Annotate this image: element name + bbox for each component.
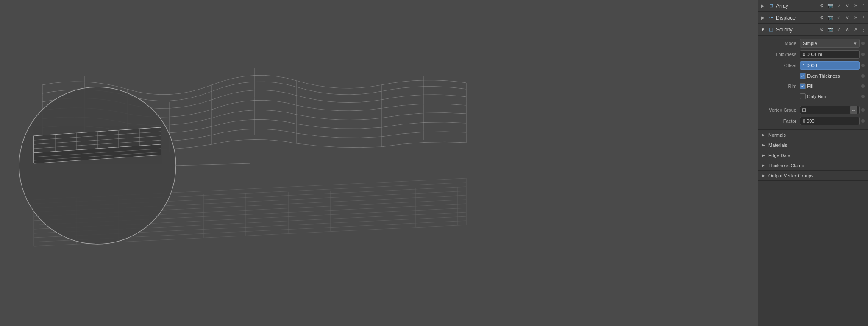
mode-row: Mode Simple ▾	[762, 38, 865, 48]
normals-arrow-icon: ▶	[762, 132, 767, 137]
solidify-expand-btn[interactable]: ∧	[843, 26, 851, 34]
only-rim-checkbox[interactable]	[800, 93, 806, 99]
rim-label: Rim	[762, 84, 800, 89]
output-vg-title: Output Vertex Groups	[768, 173, 813, 178]
fill-label: Fill	[807, 84, 813, 89]
thickness-clamp-title: Thickness Clamp	[768, 163, 804, 168]
displace-icon: 〜	[768, 14, 774, 21]
offset-label: Offset	[762, 63, 800, 68]
solidify-render-btn[interactable]: 📷	[826, 26, 834, 34]
edge-data-title: Edge Data	[768, 153, 790, 158]
array-modifier-actions: ⚙ 📷 ✓ ∨ ✕ ⋮	[818, 2, 866, 10]
displace-dots-icon: ⋮	[860, 14, 866, 21]
array-render-btn[interactable]: 📷	[826, 2, 834, 10]
thickness-label: Thickness	[762, 52, 800, 57]
factor-row: Factor 0.000	[762, 116, 865, 126]
array-close-btn[interactable]: ✕	[852, 2, 860, 10]
solidify-modifier-actions: ⚙ 📷 ✓ ∧ ✕ ⋮	[818, 26, 866, 34]
even-thickness-group: ✓ Even Thickness	[800, 73, 860, 79]
rim-fill-dot	[861, 84, 865, 88]
rim-row: Rim ✓ Fill	[762, 82, 865, 91]
mode-dropdown[interactable]: Simple ▾	[800, 39, 860, 48]
thickness-value: 0.0001 m	[803, 52, 822, 57]
displace-expand-icon[interactable]: ▶	[760, 15, 766, 21]
even-thickness-checkbox[interactable]: ✓	[800, 73, 806, 79]
divider-1	[762, 103, 865, 103]
mode-label: Mode	[762, 41, 800, 46]
properties-panel: ▶ ⊞ Array ⚙ 📷 ✓ ∨ ✕ ⋮ ▶ 〜 Displace ⚙ 📷 ✓…	[758, 0, 868, 326]
normals-title: Normals	[768, 132, 786, 138]
vertex-group-swap-btn[interactable]: ⇔	[850, 106, 857, 114]
offset-dot	[861, 64, 865, 67]
only-rim-checks: Only Rim	[800, 93, 860, 99]
displace-settings-btn[interactable]: ⚙	[818, 14, 826, 22]
mode-chevron-icon: ▾	[854, 41, 857, 46]
displace-modifier-header[interactable]: ▶ 〜 Displace ⚙ 📷 ✓ ∨ ✕ ⋮	[758, 12, 868, 24]
factor-label: Factor	[762, 118, 800, 124]
array-dots-icon: ⋮	[860, 3, 866, 9]
solidify-settings-btn[interactable]: ⚙	[818, 26, 826, 34]
array-modifier-name: Array	[776, 3, 816, 9]
even-thickness-label: Even Thickness	[807, 73, 840, 79]
displace-close-btn[interactable]: ✕	[852, 14, 860, 22]
displace-modifier-name: Displace	[776, 15, 816, 21]
offset-field[interactable]: 1.0000	[800, 61, 860, 70]
only-rim-dot	[861, 95, 865, 98]
output-vertex-groups-section[interactable]: ▶ Output Vertex Groups	[758, 171, 868, 181]
vertex-group-label: Vertex Group	[762, 107, 800, 112]
array-expand-btn[interactable]: ∨	[843, 2, 851, 10]
vertex-group-dot	[861, 108, 865, 112]
only-rim-item[interactable]: Only Rim	[800, 93, 826, 99]
fill-checkbox[interactable]: ✓	[800, 83, 806, 89]
only-rim-row: Only Rim	[762, 92, 865, 101]
vertex-group-input[interactable]: ⊞ ⇔	[800, 106, 860, 114]
mode-value: Simple	[803, 41, 817, 46]
solidify-modifier-header[interactable]: ▼ ◫ Solidify ⚙ 📷 ✓ ∧ ✕ ⋮	[758, 24, 868, 36]
rim-checks: ✓ Fill	[800, 83, 860, 89]
factor-field[interactable]: 0.000	[800, 117, 860, 125]
thickness-field[interactable]: 0.0001 m	[800, 50, 860, 59]
array-icon: ⊞	[768, 3, 774, 9]
displace-modifier-actions: ⚙ 📷 ✓ ∨ ✕ ⋮	[818, 14, 866, 22]
vertex-group-icon: ⊞	[802, 107, 806, 113]
even-thickness-dot	[861, 74, 865, 78]
array-expand-icon[interactable]: ▶	[760, 3, 766, 9]
fill-item[interactable]: ✓ Fill	[800, 83, 813, 89]
solidify-close-btn[interactable]: ✕	[852, 26, 860, 34]
array-settings-btn[interactable]: ⚙	[818, 2, 826, 10]
only-rim-label: Only Rim	[807, 94, 826, 99]
offset-row: Offset 1.0000	[762, 60, 865, 70]
output-vg-arrow-icon: ▶	[762, 173, 767, 178]
thickness-row: Thickness 0.0001 m	[762, 49, 865, 59]
factor-value: 0.000	[803, 118, 815, 124]
vertex-group-row: Vertex Group ⊞ ⇔	[762, 105, 865, 115]
svg-point-25	[19, 87, 176, 244]
displace-render-btn[interactable]: 📷	[826, 14, 834, 22]
solidify-icon: ◫	[768, 26, 774, 33]
thickness-clamp-section[interactable]: ▶ Thickness Clamp	[758, 160, 868, 171]
materials-arrow-icon: ▶	[762, 143, 767, 147]
solidify-visibility-btn[interactable]: ✓	[835, 26, 843, 34]
even-thickness-item[interactable]: ✓ Even Thickness	[800, 73, 840, 79]
viewport[interactable]	[0, 0, 758, 326]
factor-dot	[861, 119, 865, 123]
materials-title: Materials	[768, 143, 787, 148]
edge-data-arrow-icon: ▶	[762, 153, 767, 157]
even-thickness-row: ✓ Even Thickness	[762, 71, 865, 81]
displace-visibility-btn[interactable]: ✓	[835, 14, 843, 22]
solidify-dots-icon: ⋮	[860, 26, 866, 33]
thickness-clamp-arrow-icon: ▶	[762, 163, 767, 168]
displace-expand-btn[interactable]: ∨	[843, 14, 851, 22]
array-modifier-header[interactable]: ▶ ⊞ Array ⚙ 📷 ✓ ∨ ✕ ⋮	[758, 0, 868, 12]
offset-value: 1.0000	[803, 63, 817, 68]
wireframe-scene	[0, 0, 758, 326]
solidify-properties: Mode Simple ▾ Thickness 0.0001 m Offset …	[758, 36, 868, 130]
thickness-dot	[861, 53, 865, 56]
solidify-expand-icon[interactable]: ▼	[760, 27, 766, 33]
array-visibility-btn[interactable]: ✓	[835, 2, 843, 10]
normals-section[interactable]: ▶ Normals	[758, 130, 868, 140]
materials-section[interactable]: ▶ Materials	[758, 140, 868, 150]
edge-data-section[interactable]: ▶ Edge Data	[758, 150, 868, 160]
solidify-modifier-name: Solidify	[776, 27, 816, 33]
mode-dot	[861, 42, 865, 45]
